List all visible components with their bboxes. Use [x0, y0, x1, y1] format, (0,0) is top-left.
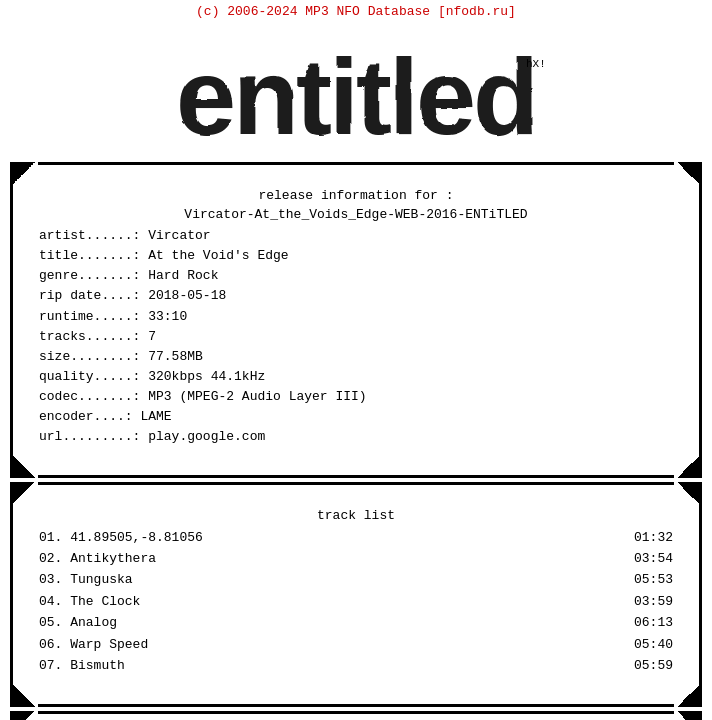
- top-right-corner: [674, 482, 702, 504]
- svg-text:entitled: entitled: [176, 36, 536, 154]
- release-info-body: release information for : Vircator-At_th…: [10, 184, 702, 456]
- release-info-section: release information for : Vircator-At_th…: [10, 162, 702, 478]
- top-border-line: [38, 162, 674, 173]
- copyright-text: (c) 2006-2024 MP3 NFO Database [nfodb.ru…: [196, 4, 516, 19]
- track-name: 01. 41.89505,-8.81056: [39, 527, 203, 548]
- copyright-bar: (c) 2006-2024 MP3 NFO Database [nfodb.ru…: [0, 0, 712, 21]
- release-fields: artist......: Vircatortitle.......: At t…: [39, 226, 673, 448]
- release-field: size........: 77.58MB: [39, 347, 673, 367]
- release-field: codec.......: MP3 (MPEG-2 Audio Layer II…: [39, 387, 673, 407]
- bottom-left-corner: [10, 685, 38, 707]
- release-field: url.........: play.google.com: [39, 427, 673, 447]
- release-info-content: release information for : Vircator-At_th…: [13, 184, 699, 456]
- track-time: 05:40: [634, 634, 673, 655]
- track-name: 07. Bismuth: [39, 655, 125, 676]
- track-list-content: track list 01. 41.89505,-8.8105601:3202.…: [13, 504, 699, 685]
- top-left-corner: [10, 162, 38, 184]
- track-row: 06. Warp Speed05:40: [39, 634, 673, 655]
- top-left-corner: [10, 482, 38, 504]
- release-field: genre.......: Hard Rock: [39, 266, 673, 286]
- release-header-line1: release information for :: [39, 188, 673, 203]
- greetings-top-border: [10, 711, 702, 720]
- track-row: 05. Analog06:13: [39, 612, 673, 633]
- release-field: runtime.....: 33:10: [39, 307, 673, 327]
- top-right-corner: [674, 162, 702, 184]
- bottom-right-corner: [674, 685, 702, 707]
- track-name: 05. Analog: [39, 612, 117, 633]
- bottom-border-line: [38, 467, 674, 478]
- release-info-top-border: [10, 162, 702, 184]
- release-header-line2: Vircator-At_the_Voids_Edge-WEB-2016-ENTi…: [39, 207, 673, 222]
- top-left-corner: [10, 711, 38, 720]
- release-info-bottom-border: [10, 456, 702, 478]
- release-field: rip date....: 2018-05-18: [39, 286, 673, 306]
- track-time: 03:54: [634, 548, 673, 569]
- greetings-section: greetings Shout out to all of those who …: [10, 711, 702, 720]
- track-time: 06:13: [634, 612, 673, 633]
- bottom-right-corner: [674, 456, 702, 478]
- track-list-bottom-border: [10, 685, 702, 707]
- top-border-line: [38, 482, 674, 493]
- release-field: quality.....: 320kbps 44.1kHz: [39, 367, 673, 387]
- top-right-corner: [674, 711, 702, 720]
- track-list-top-border: [10, 482, 702, 504]
- track-name: 04. The Clock: [39, 591, 140, 612]
- track-list-section: track list 01. 41.89505,-8.8105601:3202.…: [10, 482, 702, 707]
- right-border: [699, 504, 702, 685]
- bottom-left-corner: [10, 456, 38, 478]
- release-field: title.......: At the Void's Edge: [39, 246, 673, 266]
- release-field: tracks......: 7: [39, 327, 673, 347]
- track-time: 01:32: [634, 527, 673, 548]
- track-name: 02. Antikythera: [39, 548, 156, 569]
- track-row: 04. The Clock03:59: [39, 591, 673, 612]
- release-field: artist......: Vircator: [39, 226, 673, 246]
- track-time: 05:53: [634, 569, 673, 590]
- logo-area: entitled hX!: [0, 21, 712, 158]
- track-time: 03:59: [634, 591, 673, 612]
- track-name: 03. Tunguska: [39, 569, 133, 590]
- track-time: 05:59: [634, 655, 673, 676]
- release-field: encoder....: LAME: [39, 407, 673, 427]
- track-row: 03. Tunguska05:53: [39, 569, 673, 590]
- svg-text:hX!: hX!: [526, 58, 546, 70]
- track-list-title: track list: [39, 508, 673, 523]
- track-rows: 01. 41.89505,-8.8105601:3202. Antikyther…: [39, 527, 673, 677]
- track-row: 02. Antikythera03:54: [39, 548, 673, 569]
- track-row: 07. Bismuth05:59: [39, 655, 673, 676]
- bottom-border-line: [38, 696, 674, 707]
- track-row: 01. 41.89505,-8.8105601:32: [39, 527, 673, 548]
- track-list-body: track list 01. 41.89505,-8.8105601:3202.…: [10, 504, 702, 685]
- right-border: [699, 184, 702, 456]
- top-border-line: [38, 711, 674, 720]
- track-name: 06. Warp Speed: [39, 634, 148, 655]
- logo-svg: entitled hX!: [16, 29, 696, 154]
